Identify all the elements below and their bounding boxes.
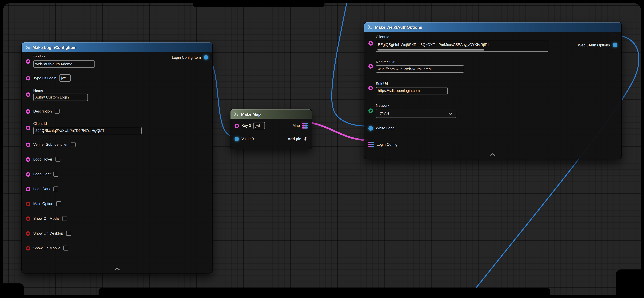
pin-label: Login Config (376, 142, 397, 146)
string-pin-icon[interactable] (26, 172, 30, 176)
pin-label: Logo Dark (33, 187, 50, 191)
string-pin-icon[interactable] (26, 76, 30, 80)
show-on-modal-checkbox[interactable] (62, 216, 68, 221)
string-pin-icon[interactable] (26, 109, 30, 114)
pin-row-redirect-url: Redirect Url (368, 60, 617, 73)
pin-row-type-of-login: Type Of Login (26, 74, 208, 82)
pin-row-logo-light: Logo Light (26, 170, 208, 178)
string-pin-icon[interactable] (26, 142, 30, 147)
node-title: Make Map (241, 112, 261, 116)
make-struct-icon (25, 45, 30, 50)
logo-hover-input[interactable] (55, 157, 60, 162)
map-row-value0: Value 0 Add pin ⊕ (234, 134, 308, 144)
network-selected-value: CYAN (380, 111, 389, 115)
logo-dark-input[interactable] (53, 186, 58, 192)
node-make-web3authoptions[interactable]: Make Web3AuthOptions Web 3Auth Options C… (364, 22, 622, 160)
output-login-config-item[interactable]: Login Config Item (172, 55, 208, 60)
bool-pin-icon[interactable] (26, 216, 30, 221)
input-scrollbar[interactable] (378, 49, 484, 51)
node-make-map[interactable]: Make Map Key 0 Map (230, 109, 312, 149)
string-pin-icon[interactable] (234, 124, 239, 128)
pin-row-logo-hover: Logo Hover (26, 155, 208, 164)
verifier-input[interactable] (33, 60, 95, 68)
pin-label: Show On Mobile (33, 246, 60, 250)
pin-label: Show On Modal (33, 216, 60, 220)
chevron-up-icon (114, 268, 120, 270)
pin-row-show-on-mobile: Show On Mobile (26, 244, 208, 253)
collapse-node-button[interactable] (490, 150, 496, 158)
overlay-top-window (193, 3, 324, 7)
string-pin-icon[interactable] (26, 187, 30, 191)
map-output-pin-icon[interactable] (302, 123, 308, 128)
sdk-url-input[interactable] (376, 87, 448, 94)
graph-canvas[interactable]: Make LoginConfigItem Login Config Item V… (3, 3, 641, 295)
show-on-desktop-checkbox[interactable] (66, 231, 71, 236)
type-of-login-input[interactable] (59, 74, 71, 82)
string-pin-icon[interactable] (368, 64, 373, 68)
chevron-down-icon (448, 112, 452, 114)
make-struct-icon (368, 25, 373, 30)
pin-label: Network (376, 104, 456, 108)
key0-input[interactable] (254, 122, 265, 129)
pin-row-description: Description (26, 107, 208, 116)
struct-output-pin-icon[interactable] (613, 43, 617, 47)
bool-pin-icon[interactable] (26, 231, 30, 236)
node-header[interactable]: Make Map (230, 109, 312, 119)
string-pin-icon[interactable] (368, 41, 373, 46)
output-pin-label: Login Config Item (172, 55, 201, 59)
string-pin-icon[interactable] (26, 157, 30, 162)
logo-light-input[interactable] (54, 172, 58, 177)
string-pin-icon[interactable] (26, 126, 30, 130)
pin-label: Sdk Url (376, 82, 448, 86)
pin-row-name: Name (26, 88, 208, 101)
pin-label: Value 0 (242, 137, 254, 141)
network-dropdown[interactable]: CYAN (376, 109, 456, 118)
pin-row-main-option: Main Option (26, 199, 208, 208)
name-input[interactable] (33, 94, 88, 101)
overlay-bottom-left (3, 283, 24, 295)
enum-pin-icon[interactable] (368, 108, 373, 113)
pin-label: Name (33, 88, 88, 92)
pin-row-sdk-url: Sdk Url (368, 82, 617, 94)
add-pin-button[interactable]: Add pin ⊕ (288, 136, 308, 141)
string-pin-icon[interactable] (26, 92, 30, 97)
pin-row-client-id: Client Id (26, 122, 208, 134)
bool-pin-icon[interactable] (26, 246, 30, 250)
struct-pin-icon[interactable] (234, 136, 239, 141)
pin-row-show-on-modal: Show On Modal (26, 214, 208, 223)
pin-row-verifier-sub-identifier: Verifier Sub Identifier (26, 140, 208, 149)
show-on-mobile-checkbox[interactable] (63, 246, 68, 250)
bool-pin-icon[interactable] (26, 202, 30, 206)
client-id-input[interactable] (33, 127, 142, 134)
make-map-icon (234, 112, 238, 117)
pin-label: Verifier (33, 55, 95, 59)
blueprint-editor: Make LoginConfigItem Login Config Item V… (0, 0, 644, 298)
wire-white-label[interactable] (332, 3, 367, 126)
add-pin-icon: ⊕ (304, 136, 308, 141)
collapse-node-button[interactable] (114, 264, 120, 272)
redirect-url-input[interactable] (376, 65, 464, 73)
main-option-checkbox[interactable] (56, 201, 61, 206)
add-pin-label: Add pin (288, 137, 302, 141)
pin-row-logo-dark: Logo Dark (26, 184, 208, 194)
overlay-bottom-right (616, 270, 641, 295)
node-header[interactable]: Make LoginConfigItem (22, 42, 212, 52)
pin-row-show-on-desktop: Show On Desktop (26, 229, 208, 238)
verifier-sub-identifier-input[interactable] (70, 142, 76, 147)
struct-pin-icon[interactable] (368, 126, 373, 130)
pin-row-login-config: Login Config (368, 140, 617, 149)
pin-label: Redirect Url (376, 60, 464, 64)
string-pin-icon[interactable] (368, 86, 373, 90)
pin-label: Logo Light (33, 172, 50, 176)
node-make-loginconfigitem[interactable]: Make LoginConfigItem Login Config Item V… (21, 42, 213, 274)
map-pin-icon[interactable] (368, 142, 374, 148)
struct-output-pin-icon[interactable] (204, 55, 208, 60)
pin-label: Logo Hover (33, 157, 52, 161)
node-title: Make Web3AuthOptions (375, 25, 422, 29)
string-pin-icon[interactable] (26, 59, 30, 64)
output-web3auth-options[interactable]: Web 3Auth Options (578, 43, 617, 47)
description-input[interactable] (55, 109, 60, 114)
pin-label: Description (33, 109, 52, 113)
pin-label: Verifier Sub Identifier (33, 142, 68, 146)
node-header[interactable]: Make Web3AuthOptions (364, 22, 622, 32)
